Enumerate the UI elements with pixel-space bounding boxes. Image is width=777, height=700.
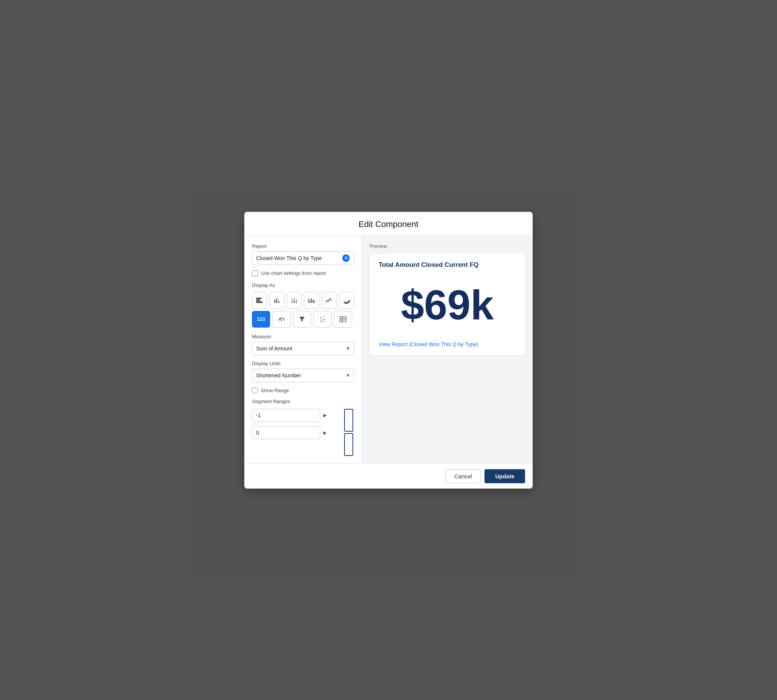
show-range-row: Show Range xyxy=(252,388,354,393)
svg-point-23 xyxy=(320,317,321,318)
slider-handle-1[interactable] xyxy=(344,409,353,432)
show-range-label: Show Range xyxy=(261,388,289,393)
svg-rect-2 xyxy=(256,302,263,303)
segment-ranges-area: ▶ ▶ xyxy=(252,409,354,456)
display-units-select[interactable]: Shortened Number Full Number Thousands M… xyxy=(252,368,354,382)
svg-rect-10 xyxy=(294,298,295,299)
modal-header: Edit Component xyxy=(245,212,532,236)
svg-point-22 xyxy=(281,320,282,321)
display-units-label: Display Units xyxy=(252,361,354,366)
svg-rect-11 xyxy=(296,300,297,303)
svg-rect-1 xyxy=(256,300,260,301)
line-chart-icon-btn[interactable] xyxy=(321,292,336,308)
clear-report-button[interactable]: ✕ xyxy=(342,254,350,262)
svg-rect-17 xyxy=(313,300,314,303)
measure-select-wrap: Sum of Amount Count Average of Amount ▼ xyxy=(252,342,354,355)
svg-point-28 xyxy=(323,321,324,322)
svg-rect-29 xyxy=(340,316,346,322)
use-chart-settings-checkbox[interactable] xyxy=(252,270,258,277)
grouped-bar-icon-btn[interactable] xyxy=(304,292,319,308)
preview-card: Total Amount Closed Current FQ $69k View… xyxy=(369,253,525,355)
svg-point-20 xyxy=(345,299,348,302)
segment-slider-track xyxy=(343,409,354,456)
segment-arrow-1: ▶ xyxy=(323,413,327,418)
svg-rect-16 xyxy=(312,300,313,303)
gauge-icon-btn[interactable] xyxy=(273,311,291,328)
display-as-label: Display As xyxy=(252,282,354,288)
edit-component-modal: Edit Component Report Closed Won This Q … xyxy=(245,212,532,488)
svg-rect-14 xyxy=(309,300,310,303)
segment-ranges-label: Segment Ranges xyxy=(252,398,354,404)
modal-body: Report Closed Won This Q by Type ✕ Use c… xyxy=(245,236,532,463)
measure-select[interactable]: Sum of Amount Count Average of Amount xyxy=(252,342,354,355)
segment-inputs: ▶ ▶ xyxy=(252,409,339,439)
svg-rect-8 xyxy=(291,297,293,298)
segment-input-row-1: ▶ xyxy=(252,409,339,422)
modal-footer: Cancel Update xyxy=(245,463,532,488)
svg-point-27 xyxy=(321,321,322,322)
svg-rect-7 xyxy=(291,299,293,301)
svg-rect-4 xyxy=(276,298,277,303)
report-input-text: Closed Won This Q by Type xyxy=(256,255,342,261)
display-as-wrapper: 123 xyxy=(252,292,354,328)
cancel-button[interactable]: Cancel xyxy=(446,469,481,483)
scatter-icon-btn[interactable] xyxy=(313,311,331,328)
svg-rect-13 xyxy=(308,299,309,303)
svg-point-26 xyxy=(324,318,325,320)
left-panel: Report Closed Won This Q by Type ✕ Use c… xyxy=(245,236,362,463)
svg-rect-5 xyxy=(278,301,279,303)
use-chart-settings-row: Use chart settings from report xyxy=(252,270,354,277)
svg-rect-3 xyxy=(274,300,275,303)
update-button[interactable]: Update xyxy=(484,469,525,483)
svg-rect-15 xyxy=(311,298,312,303)
right-panel: Preview Total Amount Closed Current FQ $… xyxy=(362,236,532,463)
segment-arrow-2: ▶ xyxy=(323,430,327,435)
preview-title: Total Amount Closed Current FQ xyxy=(379,261,516,269)
show-range-checkbox[interactable] xyxy=(252,388,258,393)
slider-handle-2[interactable] xyxy=(344,433,353,456)
view-report-link[interactable]: View Report (Closed Won This Q by Type) xyxy=(379,341,478,347)
segment-input-1[interactable] xyxy=(252,409,320,422)
modal-title: Edit Component xyxy=(253,219,524,229)
vertical-bar-icon-btn[interactable] xyxy=(270,292,285,308)
funnel-icon-btn[interactable] xyxy=(293,311,311,328)
segment-input-2[interactable] xyxy=(252,426,320,439)
modal-overlay: Edit Component Report Closed Won This Q … xyxy=(0,0,777,700)
segment-input-row-2: ▶ xyxy=(252,426,339,439)
svg-point-25 xyxy=(323,317,324,318)
display-as-row-2: 123 xyxy=(252,311,354,328)
display-units-select-wrap: Shortened Number Full Number Thousands M… xyxy=(252,368,354,382)
svg-point-24 xyxy=(321,319,323,320)
table-icon-btn[interactable] xyxy=(334,311,352,328)
svg-rect-0 xyxy=(256,298,261,299)
stacked-bar-icon-btn[interactable] xyxy=(287,292,302,308)
svg-rect-6 xyxy=(291,301,293,303)
metric-icon-btn[interactable]: 123 xyxy=(252,311,270,328)
use-chart-settings-label: Use chart settings from report xyxy=(261,270,326,276)
horizontal-bar-icon-btn[interactable] xyxy=(252,292,267,308)
measure-label: Measure xyxy=(252,334,354,339)
svg-rect-9 xyxy=(294,300,295,303)
preview-value: $69k xyxy=(379,277,516,341)
donut-chart-icon-btn[interactable] xyxy=(339,292,354,308)
display-as-row-1 xyxy=(252,292,354,308)
preview-label: Preview xyxy=(369,243,525,249)
svg-rect-18 xyxy=(314,301,315,303)
report-input-wrap: Closed Won This Q by Type ✕ xyxy=(252,251,354,265)
report-label: Report xyxy=(252,243,354,249)
svg-rect-12 xyxy=(296,299,297,300)
